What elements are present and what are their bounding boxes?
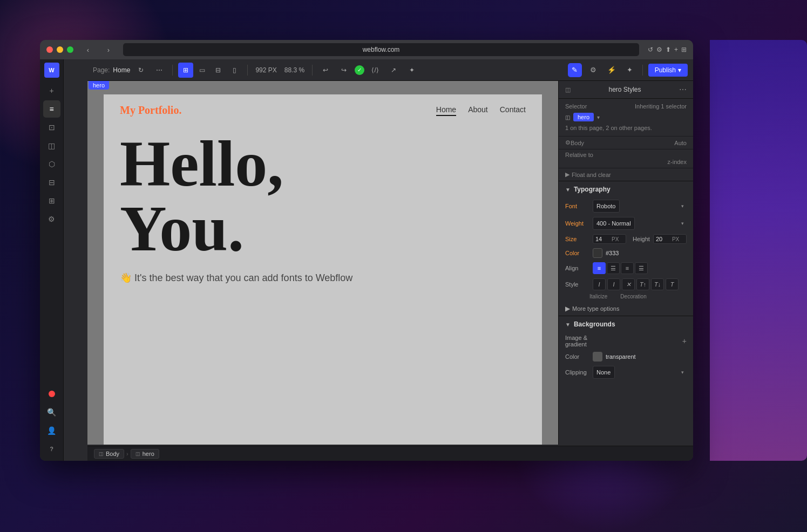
relative-value: z-index xyxy=(565,159,687,165)
maximize-button[interactable] xyxy=(67,46,73,53)
align-left-button[interactable]: ≡ xyxy=(593,262,606,274)
subtitle-emoji: 👋 xyxy=(120,272,132,283)
reload-icon[interactable]: ↺ xyxy=(648,46,653,53)
body-breadcrumb-label: Body xyxy=(106,451,119,457)
weight-select[interactable]: 400 - Normal xyxy=(593,217,635,230)
share-icon[interactable]: ⬆ xyxy=(666,46,671,53)
sidebar-item-pages[interactable]: ⊡ xyxy=(43,119,60,136)
sidebar-item-help[interactable]: ? xyxy=(43,440,60,458)
grid-icon[interactable]: ⊞ xyxy=(681,46,687,53)
clipping-row: Clipping None xyxy=(559,364,693,381)
nav-link-home[interactable]: Home xyxy=(436,105,456,116)
hero-tag[interactable]: hero xyxy=(89,81,109,90)
sidebar-item-logic[interactable]: ⚙ xyxy=(43,210,60,228)
code-view-button[interactable]: ⟨/⟩ xyxy=(368,63,383,78)
superscript-button[interactable]: T↑ xyxy=(636,278,649,290)
canvas[interactable]: hero My Portfolio. Home About Contact xyxy=(87,81,558,445)
clipping-label: Clipping xyxy=(565,369,589,376)
mobile-button[interactable]: ▯ xyxy=(227,63,242,78)
forward-button[interactable]: › xyxy=(103,44,114,56)
publish-button[interactable]: Publish ▾ xyxy=(648,64,688,77)
sidebar-item-ecommerce[interactable]: ⊟ xyxy=(43,174,60,191)
address-bar[interactable]: webflow.com xyxy=(123,43,639,56)
sparkle-button[interactable]: ✦ xyxy=(623,63,637,77)
selector-tag[interactable]: hero xyxy=(573,113,594,121)
selector-label: Selector xyxy=(565,103,587,110)
uppercase-button[interactable]: T xyxy=(666,278,679,290)
color-swatch[interactable] xyxy=(593,248,602,258)
sidebar-item-cms[interactable]: ⊞ xyxy=(43,192,60,209)
page-count: 1 on this page, 2 on other pages. xyxy=(565,125,652,131)
float-row[interactable]: ▶ Float and clear xyxy=(559,168,693,181)
page-label: Page: xyxy=(93,66,110,74)
tablet-icon: ⊟ xyxy=(215,66,221,74)
panel-more-button[interactable]: ⋯ xyxy=(679,85,687,94)
page-name[interactable]: Home xyxy=(113,66,130,74)
more-type-options-row[interactable]: ▶ More type options xyxy=(559,302,693,316)
align-justify-button[interactable]: ☰ xyxy=(635,262,648,274)
ai-button[interactable]: ✦ xyxy=(404,63,419,78)
inherit-label[interactable]: Inheriting 1 selector xyxy=(635,103,687,110)
interactions-button[interactable]: ⚡ xyxy=(605,63,619,77)
align-center-button[interactable]: ☰ xyxy=(607,262,620,274)
logic-icon: ⚙ xyxy=(48,215,55,223)
clipping-select[interactable]: None xyxy=(593,366,615,379)
size-input[interactable] xyxy=(595,236,611,242)
chevron-right-icon: ▶ xyxy=(565,305,570,312)
breadcrumb-body[interactable]: ◫ Body xyxy=(94,449,124,459)
sidebar-item-components[interactable]: ◫ xyxy=(43,137,60,154)
search-icon: 🔍 xyxy=(47,408,56,417)
interactions-icon: ⚡ xyxy=(607,66,616,74)
sidebar-item-assets[interactable]: ⬡ xyxy=(43,155,60,173)
italic-button[interactable]: I xyxy=(593,278,606,290)
nav-links: Home About Contact xyxy=(436,105,526,116)
panel-title: hero Styles xyxy=(608,86,641,93)
subscript-button[interactable]: T↓ xyxy=(651,278,664,290)
more-type-label: More type options xyxy=(572,305,619,312)
size-input-group: PX xyxy=(593,234,626,244)
add-icon: + xyxy=(49,86,53,95)
sidebar-item-red-dot[interactable] xyxy=(43,385,60,403)
font-select[interactable]: Roboto xyxy=(593,200,620,213)
save-status: ✓ xyxy=(355,65,364,75)
settings-icon[interactable]: ⚙ xyxy=(656,46,662,53)
paint-button[interactable]: ✎ xyxy=(568,63,582,77)
back-button[interactable]: ‹ xyxy=(82,44,94,56)
align-right-button[interactable]: ≡ xyxy=(621,262,634,274)
breadcrumb-hero[interactable]: ◫ hero xyxy=(131,449,159,459)
new-tab-icon[interactable]: + xyxy=(674,46,678,53)
height-input[interactable] xyxy=(656,236,671,242)
tablet-button[interactable]: ⊟ xyxy=(211,63,226,78)
settings-button[interactable]: ⚙ xyxy=(586,63,600,77)
paint-icon: ✎ xyxy=(572,66,578,74)
nav-link-about[interactable]: About xyxy=(468,105,488,116)
share-button[interactable]: ↗ xyxy=(386,63,401,78)
page-settings-button[interactable]: ⋯ xyxy=(152,63,167,78)
components-icon: ◫ xyxy=(48,141,55,150)
webflow-logo[interactable]: W xyxy=(44,63,59,78)
nav-link-contact[interactable]: Contact xyxy=(500,105,526,116)
backgrounds-header[interactable]: ▼ Backgrounds xyxy=(559,316,693,332)
minimize-button[interactable] xyxy=(57,46,63,53)
undo-button[interactable]: ↩ xyxy=(318,63,333,78)
sidebar-item-search[interactable]: 🔍 xyxy=(43,404,60,421)
sidebar-item-layers[interactable]: ≡ xyxy=(43,100,60,118)
add-gradient-button[interactable]: + xyxy=(682,337,687,345)
redo-button[interactable]: ↪ xyxy=(336,63,351,78)
preview-button[interactable]: ▭ xyxy=(194,63,209,78)
strikethrough-button[interactable]: ✕ xyxy=(622,278,635,290)
bg-color-swatch[interactable] xyxy=(593,352,602,362)
editor-container: W + ≡ ⊡ ◫ ⬡ ⊟ ⊞ ⚙ xyxy=(40,59,693,461)
sidebar-item-add[interactable]: + xyxy=(43,82,60,99)
browser-chrome: ‹ › webflow.com ↺ ⚙ ⬆ + ⊞ xyxy=(40,40,693,59)
image-gradient-row: Image & gradient + xyxy=(559,332,693,350)
refresh-button[interactable]: ↻ xyxy=(133,63,148,78)
divider-4 xyxy=(642,65,643,76)
add-panel-button[interactable]: ⊞ xyxy=(178,63,193,78)
italic2-button[interactable]: I xyxy=(607,278,620,290)
close-button[interactable] xyxy=(46,46,53,53)
logo-text: My Portfolio. xyxy=(120,104,181,116)
sidebar-item-users[interactable]: 👤 xyxy=(43,422,60,439)
main-area: hero My Portfolio. Home About Contact xyxy=(87,81,693,445)
typography-header[interactable]: ▼ Typography xyxy=(559,181,693,197)
